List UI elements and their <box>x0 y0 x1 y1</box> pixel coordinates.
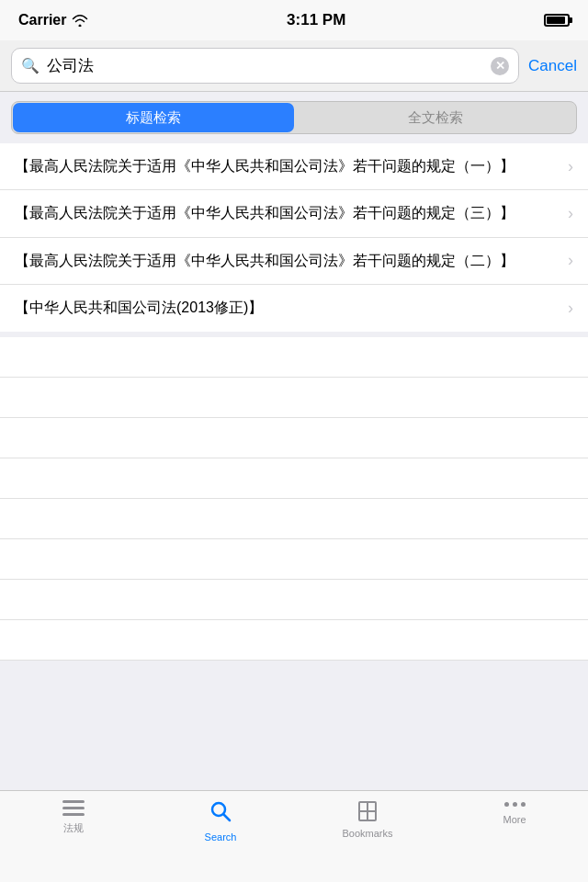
tab-fazhi[interactable]: 法规 <box>0 798 147 835</box>
result-text-1: 【最高人民法院关于适用《中华人民共和国公司法》若干问题的规定（一）】 <box>15 156 560 176</box>
more-dots-icon <box>504 798 526 810</box>
status-bar: Carrier 3:11 PM <box>0 0 588 40</box>
result-item-3[interactable]: 【最高人民法院关于适用《中华人民共和国公司法》若干问题的规定（二）】 › <box>0 238 588 285</box>
tab-more[interactable]: More <box>441 798 588 825</box>
list-icon <box>62 798 85 818</box>
result-item-1[interactable]: 【最高人民法院关于适用《中华人民共和国公司法》若干问题的规定（一）】 › <box>0 143 588 190</box>
tab-bookmarks[interactable]: Bookmarks <box>294 798 441 839</box>
result-item-2[interactable]: 【最高人民法院关于适用《中华人民共和国公司法》若干问题的规定（三）】 › <box>0 190 588 237</box>
empty-row-1 <box>0 337 588 378</box>
wifi-icon <box>72 14 88 27</box>
clear-button[interactable]: ✕ <box>491 57 509 75</box>
segmented-control: 标题检索 全文检索 <box>11 101 577 134</box>
search-icon: 🔍 <box>21 57 40 74</box>
empty-row-6 <box>0 539 588 580</box>
empty-row-2 <box>0 378 588 418</box>
status-time: 3:11 PM <box>287 11 345 29</box>
tab-bookmarks-label: Bookmarks <box>342 828 392 839</box>
results-list: 【最高人民法院关于适用《中华人民共和国公司法》若干问题的规定（一）】 › 【最高… <box>0 143 588 332</box>
segment-title-search[interactable]: 标题检索 <box>13 103 294 132</box>
chevron-icon-1: › <box>568 157 573 176</box>
cancel-button[interactable]: Cancel <box>528 57 577 75</box>
tab-bar: 法规 Search Bookmarks More <box>0 790 588 882</box>
search-input-wrapper[interactable]: 🔍 公司法 ✕ <box>11 48 519 84</box>
chevron-icon-4: › <box>568 299 573 318</box>
empty-row-3 <box>0 418 588 458</box>
tab-search-label: Search <box>205 831 237 842</box>
empty-row-4 <box>0 458 588 499</box>
search-bar-container: 🔍 公司法 ✕ Cancel <box>0 40 588 92</box>
tab-search[interactable]: Search <box>147 798 294 842</box>
result-text-4: 【中华人民共和国公司法(2013修正)】 <box>15 298 560 318</box>
result-text-2: 【最高人民法院关于适用《中华人民共和国公司法》若干问题的规定（三）】 <box>15 203 560 223</box>
chevron-icon-2: › <box>568 204 573 223</box>
chevron-icon-3: › <box>568 251 573 270</box>
empty-row-7 <box>0 580 588 620</box>
result-item-4[interactable]: 【中华人民共和国公司法(2013修正)】 › <box>0 285 588 331</box>
empty-row-8 <box>0 620 588 661</box>
search-tab-icon <box>208 798 233 828</box>
battery-indicator <box>544 14 570 27</box>
empty-row-5 <box>0 499 588 539</box>
tab-more-label: More <box>503 814 526 825</box>
segment-fulltext-search[interactable]: 全文检索 <box>295 102 576 133</box>
search-input[interactable]: 公司法 <box>47 55 483 76</box>
book-icon <box>355 798 380 824</box>
carrier-label: Carrier <box>18 12 88 28</box>
tab-fazhi-label: 法规 <box>63 821 84 835</box>
result-text-3: 【最高人民法院关于适用《中华人民共和国公司法》若干问题的规定（二）】 <box>15 251 560 271</box>
svg-line-1 <box>224 815 231 821</box>
battery-icon <box>544 14 570 27</box>
